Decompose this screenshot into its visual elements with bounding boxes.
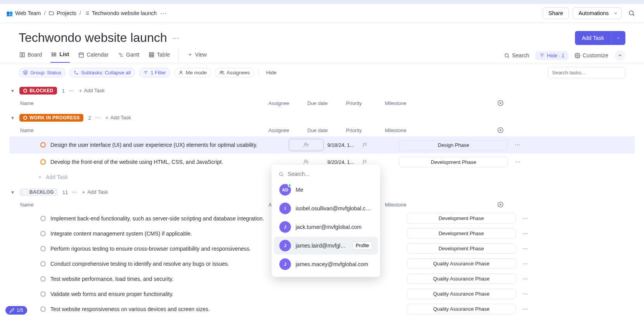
col-assignee[interactable]: Assignee (268, 100, 307, 106)
due-cell[interactable]: 9/20/24, 1... (327, 159, 362, 165)
task-name[interactable]: Implement back-end functionality, such a… (50, 215, 289, 222)
status-dot-icon[interactable] (40, 261, 46, 267)
hide-toggle[interactable]: Hide (262, 68, 280, 77)
assignee-search-input[interactable] (288, 171, 373, 177)
automations-button[interactable]: Automations (573, 7, 615, 19)
milestone-chip[interactable]: Quality Assurance Phase (407, 304, 516, 314)
tab-add-view[interactable]: ＋ View (187, 48, 208, 63)
milestone-chip[interactable]: Development Phase (399, 157, 508, 167)
collapse-button[interactable] (615, 50, 625, 61)
col-priority[interactable]: Priority (346, 127, 385, 133)
col-milestone[interactable]: Milestone (385, 202, 497, 208)
task-name[interactable]: Design the user interface (UI) and user … (50, 142, 289, 148)
add-task-button[interactable]: Add Task (575, 31, 611, 45)
row-more-icon[interactable]: ⋯ (518, 261, 533, 267)
task-name[interactable]: Integrate content management system (CMS… (50, 231, 289, 237)
breadcrumb-folder[interactable]: Projects (48, 10, 76, 16)
group-add-task[interactable]: ＋ Add Task (104, 114, 131, 121)
priority-cell[interactable] (362, 142, 397, 148)
col-due[interactable]: Due date (307, 127, 346, 133)
search-icon[interactable] (625, 7, 638, 19)
milestone-chip[interactable]: Quality Assurance Phase (407, 289, 516, 299)
status-dot-icon[interactable] (40, 246, 46, 251)
task-row[interactable]: Test website responsiveness on various d… (9, 301, 635, 317)
share-button[interactable]: Share (543, 7, 569, 19)
add-column-icon[interactable] (497, 201, 509, 208)
group-more-icon[interactable]: ⋯ (72, 189, 77, 195)
assignee-user[interactable]: J james.macey@mvfglobal.com (274, 255, 378, 273)
task-name[interactable]: Test website responsiveness on various d… (50, 306, 289, 312)
milestone-chip[interactable]: Quality Assurance Phase (407, 258, 516, 269)
breadcrumb-team[interactable]: 👥 Web Team (6, 10, 41, 16)
milestone-chip[interactable]: Development Phase (407, 243, 516, 254)
customize-button[interactable]: Customize (575, 52, 608, 58)
title-more-icon[interactable]: ⋯ (172, 34, 179, 42)
status-dot-icon[interactable] (40, 159, 46, 165)
group-toggle[interactable]: ▾ (9, 88, 16, 94)
row-more-icon[interactable]: ⋯ (518, 231, 533, 237)
assignee-user[interactable]: J james.laird@mvfgloba... Profile (274, 237, 378, 255)
help-pill[interactable]: 1/5 (5, 306, 27, 315)
group-add-task[interactable]: ＋ Add Task (78, 87, 105, 94)
status-dot-icon[interactable] (40, 231, 46, 236)
group-add-task[interactable]: ＋ Add Task (81, 189, 108, 196)
breadcrumb-more-icon[interactable]: ⋯ (160, 9, 167, 17)
tab-table[interactable]: Table (148, 48, 170, 63)
row-more-icon[interactable]: ⋯ (518, 291, 533, 297)
task-name[interactable]: Validate web forms and ensure proper fun… (50, 291, 289, 297)
milestone-chip[interactable]: Design Phase (399, 140, 508, 150)
assignee-user[interactable]: I isobel.osullivan@mvfglobal.com (274, 200, 378, 217)
group-more-icon[interactable]: ⋯ (69, 88, 74, 94)
assignee-cell[interactable] (289, 139, 324, 151)
status-pill[interactable]: BACKLOG (19, 188, 58, 196)
group-pill[interactable]: Group: Status (19, 68, 66, 77)
hide-button[interactable]: Hide · 1 (535, 51, 568, 60)
due-cell[interactable]: 9/18/24, 1... (327, 142, 362, 148)
filter-pill[interactable]: 1 Filter (139, 68, 170, 77)
col-milestone[interactable]: Milestone (385, 127, 497, 133)
status-dot-icon[interactable] (40, 216, 46, 221)
status-dot-icon[interactable] (40, 276, 46, 282)
task-name[interactable]: Conduct comprehensive testing to identif… (50, 261, 289, 267)
tab-board[interactable]: Board (19, 48, 43, 63)
tab-calendar[interactable]: Calendar (78, 48, 109, 63)
row-more-icon[interactable]: ⋯ (518, 276, 533, 282)
task-name[interactable]: Develop the front-end of the website usi… (50, 159, 289, 165)
breadcrumb-list[interactable]: Techwondo website launch (84, 10, 157, 16)
profile-button[interactable]: Profile (352, 241, 372, 250)
status-pill[interactable]: WORK IN PROGRESS (19, 114, 83, 122)
add-column-icon[interactable] (497, 127, 509, 133)
col-name[interactable]: Name (20, 127, 268, 133)
group-toggle[interactable]: ▾ (9, 115, 16, 121)
assignee-me[interactable]: AD Me (274, 181, 378, 199)
task-row[interactable]: Validate web forms and ensure proper fun… (9, 286, 635, 301)
status-dot-icon[interactable] (40, 306, 46, 312)
group-toggle[interactable]: ▾ (9, 189, 16, 195)
row-more-icon[interactable]: ⋯ (510, 159, 525, 165)
status-dot-icon[interactable] (40, 291, 46, 297)
status-pill[interactable]: BLOCKED (19, 87, 57, 95)
automations-dropdown[interactable] (610, 7, 621, 19)
me-mode-pill[interactable]: Me mode (174, 68, 211, 77)
search-tasks-input[interactable] (548, 67, 625, 78)
tab-list[interactable]: List (50, 48, 70, 63)
col-assignee[interactable]: Assignee (268, 127, 307, 133)
col-name[interactable]: Name (20, 100, 268, 106)
task-name[interactable]: Perform rigorous testing to ensure cross… (50, 246, 289, 252)
row-more-icon[interactable]: ⋯ (518, 215, 533, 222)
col-priority[interactable]: Priority (346, 100, 385, 106)
tab-gantt[interactable]: Gantt (117, 48, 140, 63)
task-row[interactable]: Design the user interface (UI) and user … (9, 136, 635, 153)
milestone-chip[interactable]: Development Phase (407, 213, 516, 224)
milestone-chip[interactable]: Development Phase (407, 228, 516, 239)
add-task-dropdown[interactable] (611, 31, 625, 45)
row-more-icon[interactable]: ⋯ (518, 246, 533, 252)
assignees-pill[interactable]: Assignees (215, 68, 254, 77)
priority-cell[interactable] (362, 159, 397, 165)
subtasks-pill[interactable]: Subtasks: Collapse all (69, 68, 135, 77)
task-name[interactable]: Test website performance, load times, an… (50, 276, 289, 282)
group-more-icon[interactable]: ⋯ (95, 115, 100, 121)
col-name[interactable]: Name (20, 202, 268, 208)
row-more-icon[interactable]: ⋯ (518, 306, 533, 312)
milestone-chip[interactable]: Quality Assurance Phase (407, 274, 516, 284)
